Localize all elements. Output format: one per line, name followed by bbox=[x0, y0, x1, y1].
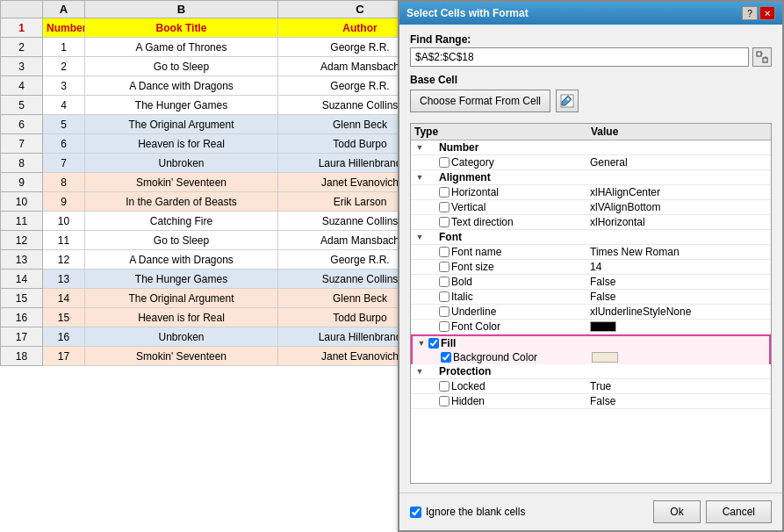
cell-c15[interactable]: Todd Burpo bbox=[278, 308, 400, 327]
cell-b11[interactable]: Go to Sleep bbox=[85, 231, 278, 250]
prop-checkbox[interactable] bbox=[439, 306, 450, 317]
cell-c8[interactable]: Janet Evanovich bbox=[278, 173, 400, 192]
cell-c7[interactable]: Laura Hillenbrand bbox=[278, 154, 400, 173]
prop-value: True bbox=[586, 379, 771, 393]
prop-label: Italic bbox=[451, 291, 473, 303]
cell-c14[interactable]: Glenn Beck bbox=[278, 289, 400, 308]
cell-a2[interactable]: 2 bbox=[43, 57, 85, 76]
cell-a6[interactable]: 6 bbox=[43, 134, 85, 154]
cell-c4[interactable]: Suzanne Collins bbox=[278, 96, 400, 115]
cell-a8[interactable]: 8 bbox=[43, 173, 85, 192]
cancel-button[interactable]: Cancel bbox=[706, 500, 772, 523]
cell-a14[interactable]: 14 bbox=[43, 289, 85, 308]
cell-c11[interactable]: Adam Mansbach bbox=[278, 231, 400, 250]
color-swatch-beige bbox=[592, 352, 618, 363]
prop-checkbox[interactable] bbox=[439, 291, 450, 302]
cell-b15[interactable]: Heaven is for Real bbox=[85, 308, 278, 327]
prop-checkbox[interactable] bbox=[439, 157, 450, 168]
cell-b2[interactable]: Go to Sleep bbox=[85, 57, 278, 76]
tree-expander[interactable]: ▼ bbox=[414, 366, 425, 377]
close-button[interactable]: ✕ bbox=[759, 6, 775, 20]
cell-c6[interactable]: Todd Burpo bbox=[278, 134, 400, 154]
cell-c3[interactable]: George R.R. bbox=[278, 76, 400, 96]
eyedropper-button[interactable] bbox=[556, 90, 579, 112]
table-row: 1716UnbrokenLaura Hillenbrand bbox=[1, 327, 400, 347]
prop-checkbox[interactable] bbox=[439, 381, 450, 392]
range-select-button[interactable] bbox=[752, 47, 772, 67]
cell-c12[interactable]: George R.R. bbox=[278, 250, 400, 270]
prop-value bbox=[586, 170, 771, 184]
header-book-title: Book Title bbox=[85, 18, 278, 38]
prop-value: xlHorizontal bbox=[586, 215, 771, 229]
prop-value bbox=[586, 364, 771, 378]
ok-button[interactable]: Ok bbox=[653, 500, 700, 523]
cell-c2[interactable]: Adam Mansbach bbox=[278, 57, 400, 76]
cell-b7[interactable]: Unbroken bbox=[85, 154, 278, 173]
prop-checkbox[interactable] bbox=[439, 187, 450, 198]
row-number: 2 bbox=[1, 38, 43, 57]
prop-checkbox[interactable] bbox=[439, 202, 450, 212]
table-row: 54The Hunger GamesSuzanne Collins bbox=[1, 96, 400, 115]
prop-label: Font name bbox=[451, 246, 501, 258]
tree-expander[interactable]: ▼ bbox=[414, 232, 425, 242]
prop-checkbox[interactable] bbox=[439, 247, 450, 257]
cell-c17[interactable]: Janet Evanovich bbox=[278, 347, 400, 366]
cell-b9[interactable]: In the Garden of Beasts bbox=[85, 192, 278, 212]
cell-b16[interactable]: Unbroken bbox=[85, 327, 278, 347]
cell-a11[interactable]: 11 bbox=[43, 231, 85, 250]
tree-expander[interactable]: ▼ bbox=[414, 172, 425, 183]
cell-b17[interactable]: Smokin' Seventeen bbox=[85, 347, 278, 366]
cell-c10[interactable]: Suzanne Collins bbox=[278, 212, 400, 231]
cell-a17[interactable]: 17 bbox=[43, 347, 85, 366]
cell-b1[interactable]: A Game of Thrones bbox=[85, 38, 278, 57]
prop-checkbox[interactable] bbox=[439, 277, 450, 287]
cell-b4[interactable]: The Hunger Games bbox=[85, 96, 278, 115]
tree-expander[interactable]: ▼ bbox=[414, 142, 425, 153]
prop-value: Times New Roman bbox=[586, 245, 771, 259]
cell-b3[interactable]: A Dance with Dragons bbox=[85, 76, 278, 96]
props-col1-header: Type bbox=[414, 126, 591, 138]
tree-item: ▼Protection bbox=[411, 364, 771, 379]
cell-c13[interactable]: Suzanne Collins bbox=[278, 270, 400, 289]
cell-a1[interactable]: 1 bbox=[43, 38, 85, 57]
prop-checkbox[interactable] bbox=[439, 321, 450, 332]
cell-b14[interactable]: The Original Argument bbox=[85, 289, 278, 308]
tree-item: ▼Number bbox=[411, 140, 771, 155]
cell-b8[interactable]: Smokin' Seventeen bbox=[85, 173, 278, 192]
cell-a10[interactable]: 10 bbox=[43, 212, 85, 231]
help-button[interactable]: ? bbox=[742, 6, 758, 20]
prop-checkbox[interactable] bbox=[439, 262, 450, 272]
svg-rect-0 bbox=[757, 52, 761, 56]
cell-a13[interactable]: 13 bbox=[43, 270, 85, 289]
cell-c16[interactable]: Laura Hillenbrand bbox=[278, 327, 400, 347]
prop-checkbox[interactable] bbox=[439, 396, 450, 406]
cell-a4[interactable]: 4 bbox=[43, 96, 85, 115]
cell-b10[interactable]: Catching Fire bbox=[85, 212, 278, 231]
find-range-input[interactable] bbox=[410, 47, 749, 67]
ignore-blank-checkbox[interactable] bbox=[410, 507, 421, 518]
cell-a16[interactable]: 16 bbox=[43, 327, 85, 347]
cell-a5[interactable]: 5 bbox=[43, 115, 85, 134]
cell-b5[interactable]: The Original Argument bbox=[85, 115, 278, 134]
cell-a9[interactable]: 9 bbox=[43, 192, 85, 212]
cell-c5[interactable]: Glenn Beck bbox=[278, 115, 400, 134]
cell-b6[interactable]: Heaven is for Real bbox=[85, 134, 278, 154]
prop-value: xlUnderlineStyleNone bbox=[586, 305, 771, 319]
cell-a12[interactable]: 12 bbox=[43, 250, 85, 270]
choose-format-button[interactable]: Choose Format From Cell bbox=[410, 90, 550, 112]
prop-label: Background Color bbox=[453, 351, 537, 363]
tree-expander[interactable]: ▼ bbox=[416, 338, 427, 349]
prop-checkbox[interactable] bbox=[428, 338, 439, 349]
cell-a3[interactable]: 3 bbox=[43, 76, 85, 96]
cell-b12[interactable]: A Dance with Dragons bbox=[85, 250, 278, 270]
table-row: 43A Dance with DragonsGeorge R.R. bbox=[1, 76, 400, 96]
cell-a15[interactable]: 15 bbox=[43, 308, 85, 327]
prop-checkbox[interactable] bbox=[439, 217, 450, 227]
cell-c9[interactable]: Erik Larson bbox=[278, 192, 400, 212]
col-header-num: A bbox=[43, 1, 85, 18]
cell-a7[interactable]: 7 bbox=[43, 154, 85, 173]
tree-item: Background Color bbox=[411, 350, 771, 364]
prop-checkbox[interactable] bbox=[441, 352, 451, 363]
cell-b13[interactable]: The Hunger Games bbox=[85, 270, 278, 289]
cell-c1[interactable]: George R.R. bbox=[278, 38, 400, 57]
